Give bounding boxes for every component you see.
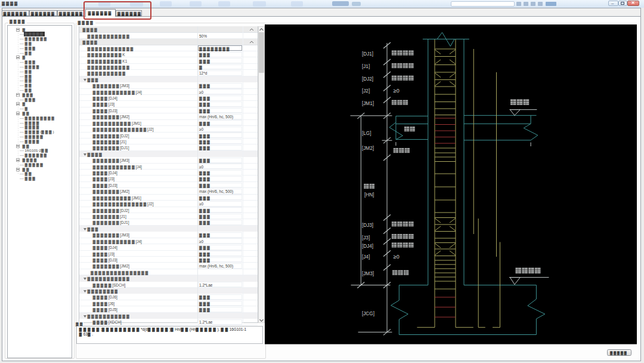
svg-text:[J4]: [J4] (362, 254, 370, 260)
svg-text:≥0: ≥0 (393, 88, 399, 94)
svg-text:[LG]: [LG] (362, 131, 371, 136)
svg-text:[J3]: [J3] (362, 235, 370, 241)
svg-text:[DJ2]: [DJ2] (362, 76, 373, 82)
svg-text:[DJ3]: [DJ3] (362, 223, 373, 228)
svg-text:[J2]: [J2] (362, 88, 370, 94)
svg-text:[JM2]: [JM2] (362, 146, 374, 151)
svg-text:[J1]: [J1] (362, 64, 370, 69)
svg-text:[JM3]: [JM3] (362, 271, 374, 276)
svg-text:≥0: ≥0 (393, 254, 399, 260)
svg-text:[JCG]: [JCG] (362, 311, 374, 316)
svg-text:[JM1]: [JM1] (362, 101, 374, 106)
svg-text:[HN]: [HN] (364, 192, 374, 198)
svg-text:[DJ4]: [DJ4] (362, 244, 373, 249)
svg-text:[DJ1]: [DJ1] (362, 51, 373, 57)
